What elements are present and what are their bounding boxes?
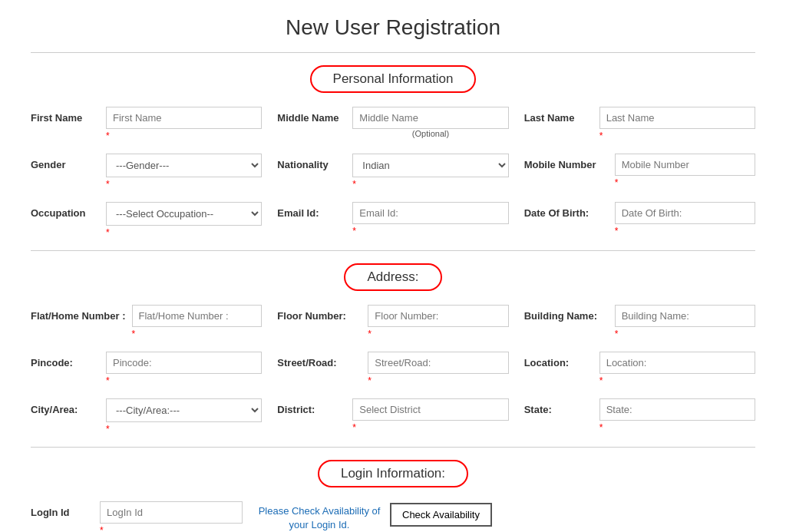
city-group: City/Area: ---City/Area:--- Mumbai Delhi… xyxy=(31,398,262,435)
gender-group: Gender ---Gender--- Male Female Other * xyxy=(31,154,262,190)
mobile-label: Mobile Number xyxy=(524,154,609,170)
occupation-group: Occupation ---Select Occupation-- Studen… xyxy=(31,202,262,238)
email-input[interactable] xyxy=(352,202,508,224)
dob-field: * xyxy=(615,202,755,236)
location-label: Location: xyxy=(524,352,593,368)
nationality-select[interactable]: Indian Other xyxy=(352,154,508,177)
pincode-input[interactable] xyxy=(106,352,262,374)
location-required: * xyxy=(599,375,755,386)
gender-required: * xyxy=(106,179,262,190)
pincode-label: Pincode: xyxy=(31,352,100,368)
email-group: Email Id: * xyxy=(277,202,508,238)
floor-input[interactable] xyxy=(368,305,508,327)
last-name-input[interactable] xyxy=(599,107,755,129)
first-name-field: * xyxy=(106,107,262,141)
nationality-group: Nationality Indian Other * xyxy=(277,154,508,190)
dob-input[interactable] xyxy=(615,202,755,224)
login-id-required: * xyxy=(100,525,243,532)
pincode-field: * xyxy=(106,352,262,386)
city-field: ---City/Area:--- Mumbai Delhi Bangalore … xyxy=(106,398,262,435)
pincode-required: * xyxy=(106,375,262,386)
last-name-label: Last Name xyxy=(524,107,593,124)
mobile-group: Mobile Number * xyxy=(524,154,755,190)
middle-name-field: (Optional) xyxy=(352,107,508,138)
address-label: Address: xyxy=(344,263,441,291)
gender-label: Gender xyxy=(31,154,100,170)
mobile-input[interactable] xyxy=(615,154,755,176)
street-group: Street/Road: * xyxy=(277,352,508,386)
login-id-input[interactable] xyxy=(100,501,243,524)
building-group: Building Name: * xyxy=(524,305,755,339)
first-name-input[interactable] xyxy=(106,107,262,129)
last-name-field: * xyxy=(599,107,755,141)
nationality-required: * xyxy=(352,179,508,190)
dob-group: Date Of Birth: * xyxy=(524,202,755,238)
gender-row: Gender ---Gender--- Male Female Other * … xyxy=(31,154,755,190)
occupation-row: Occupation ---Select Occupation-- Studen… xyxy=(31,202,755,238)
city-select[interactable]: ---City/Area:--- Mumbai Delhi Bangalore xyxy=(106,398,262,422)
pincode-row: Pincode: * Street/Road: * Location: * xyxy=(31,352,755,386)
email-required: * xyxy=(352,226,508,236)
state-label: State: xyxy=(524,398,593,415)
state-field: * xyxy=(599,398,755,433)
login-section-header: Login Information: xyxy=(31,460,755,487)
address-divider-top xyxy=(31,250,755,251)
last-name-group: Last Name * xyxy=(524,107,755,141)
personal-info-section-header: Personal Information xyxy=(31,65,755,93)
nationality-label: Nationality xyxy=(277,154,346,170)
state-required: * xyxy=(599,422,755,433)
mobile-field: * xyxy=(615,154,755,188)
login-info-label: Login Information: xyxy=(318,460,468,487)
flat-row: Flat/Home Number : * Floor Number: * Bui… xyxy=(31,305,755,339)
state-group: State: * xyxy=(524,398,755,435)
mobile-required: * xyxy=(615,177,755,188)
login-id-label: LogIn Id xyxy=(31,501,92,518)
gender-select[interactable]: ---Gender--- Male Female Other xyxy=(106,154,262,177)
first-name-label: First Name xyxy=(31,107,100,124)
district-field: * xyxy=(352,398,508,433)
occupation-select[interactable]: ---Select Occupation-- Student Employed … xyxy=(106,202,262,226)
email-field: * xyxy=(352,202,508,236)
street-input[interactable] xyxy=(368,352,508,374)
middle-name-label: Middle Name xyxy=(277,107,346,124)
floor-field: * xyxy=(368,305,508,339)
street-field: * xyxy=(368,352,508,386)
email-label: Email Id: xyxy=(277,202,346,219)
middle-name-optional: (Optional) xyxy=(352,129,508,138)
dob-label: Date Of Birth: xyxy=(524,202,609,219)
nationality-field: Indian Other * xyxy=(352,154,508,190)
district-required: * xyxy=(352,422,508,433)
flat-required: * xyxy=(132,329,263,339)
name-row: First Name * Middle Name (Optional) Last… xyxy=(31,107,755,141)
middle-name-group: Middle Name (Optional) xyxy=(277,107,508,141)
occupation-required: * xyxy=(106,227,262,238)
flat-input[interactable] xyxy=(132,305,263,327)
middle-name-input[interactable] xyxy=(352,107,508,129)
check-availability-button[interactable]: Check Availability xyxy=(390,503,492,527)
flat-field: * xyxy=(132,305,263,339)
personal-info-label: Personal Information xyxy=(310,65,477,93)
dob-required: * xyxy=(615,226,755,236)
address-section-header: Address: xyxy=(31,263,755,291)
city-label: City/Area: xyxy=(31,398,100,415)
district-group: District: * xyxy=(277,398,508,435)
gender-field: ---Gender--- Male Female Other * xyxy=(106,154,262,190)
street-required: * xyxy=(368,375,508,386)
street-label: Street/Road: xyxy=(277,352,362,368)
floor-group: Floor Number: * xyxy=(277,305,508,339)
building-input[interactable] xyxy=(615,305,755,327)
district-label: District: xyxy=(277,398,346,415)
login-row: LogIn Id * Please Check Availability of … xyxy=(31,501,755,532)
flat-label: Flat/Home Number : xyxy=(31,305,126,322)
state-input[interactable] xyxy=(599,398,755,421)
floor-label: Floor Number: xyxy=(277,305,362,322)
login-divider-top xyxy=(31,447,755,448)
top-divider xyxy=(31,52,755,53)
first-name-group: First Name * xyxy=(31,107,262,141)
page-container: New User Registration Personal Informati… xyxy=(0,0,786,532)
first-name-required: * xyxy=(106,131,262,141)
district-input[interactable] xyxy=(352,398,508,421)
location-input[interactable] xyxy=(599,352,755,374)
location-group: Location: * xyxy=(524,352,755,386)
page-title: New User Registration xyxy=(31,15,755,40)
